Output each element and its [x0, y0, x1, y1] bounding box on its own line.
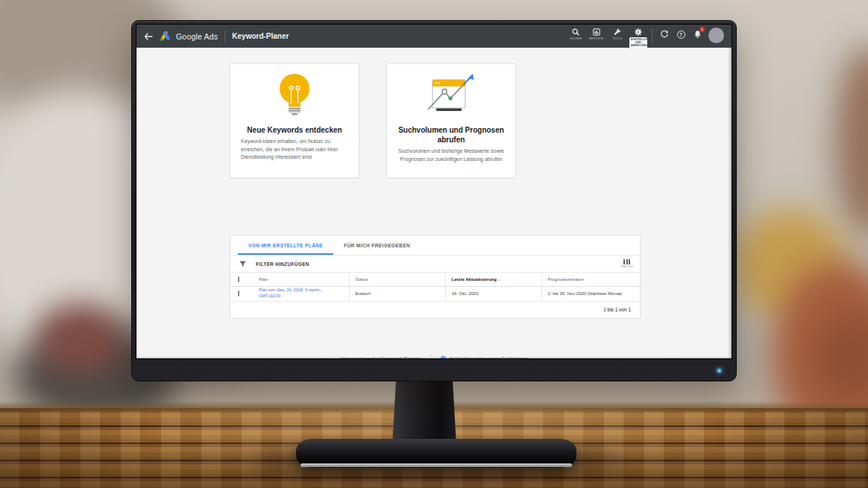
status-cell: Entwurf — [349, 286, 445, 301]
filter-funnel-icon[interactable] — [239, 257, 246, 270]
power-led — [717, 369, 721, 373]
tab-my-plans[interactable]: VON MIR ERSTELLTE PLÄNE — [238, 235, 333, 255]
monitor: Google Ads Keyword-Planer SUCHEN BERICHT… — [131, 20, 737, 381]
filter-row: FILTER HINZUFÜGEN SPALTEN — [230, 256, 640, 273]
search-icon — [572, 28, 579, 36]
action-cards: Neue Keywords entdecken Keyword-Ideen er… — [230, 63, 732, 178]
column-header-last-updated[interactable]: Letzte Aktualisierung ↓ — [445, 273, 541, 286]
card-title: Neue Keywords entdecken — [236, 125, 352, 135]
nav-tools[interactable]: TOOLS — [608, 28, 627, 40]
usage-link[interactable]: Verwendung des Keyword-Planers — [341, 356, 421, 360]
help-icon[interactable]: ? — [675, 28, 687, 40]
nav-reports-label: BERICHTE — [589, 37, 603, 40]
table-header-row: Plan Status Letzte Aktualisierung ↓ Prog… — [230, 273, 641, 286]
monitor-stand-neck — [392, 378, 456, 446]
notification-badge: 1 — [699, 27, 705, 32]
announcements-link[interactable]: i Ankündigungen neuer Funktionen — [441, 356, 527, 360]
wrench-icon — [614, 28, 621, 36]
monitor-stand-base — [296, 439, 576, 468]
columns-label: SPALTEN — [620, 265, 633, 268]
brand-name: Google Ads — [176, 32, 218, 41]
nav-settings-billing-label: EINSTELLUNGEN UND ABRECHNUNG — [629, 37, 647, 48]
lightbulb-icon — [274, 64, 315, 125]
topbar-actions: SUCHEN BERICHTE TOOLS — [566, 25, 732, 48]
forecast-period-cell: 1. bis 30. Nov 2020 (Nächster Monat) — [541, 286, 641, 301]
nav-reports[interactable]: BERICHTE — [587, 28, 606, 40]
reports-icon — [593, 28, 600, 36]
plans-tabs: VON MIR ERSTELLTE PLÄNE FÜR MICH FREIGEG… — [230, 235, 640, 256]
select-all-checkbox[interactable] — [238, 276, 239, 282]
main-content: Neue Keywords entdecken Keyword-Ideen er… — [136, 63, 732, 359]
column-header-plan[interactable]: Plan — [253, 273, 349, 286]
forecast-chart-icon — [424, 64, 479, 125]
columns-button[interactable]: SPALTEN — [620, 259, 633, 269]
topbar-divider — [652, 29, 652, 42]
add-filter-button[interactable]: FILTER HINZUFÜGEN — [256, 262, 309, 267]
card-description: Keyword-Ideen erhalten, um Nutzer zu err… — [230, 138, 359, 162]
nav-search[interactable]: SUCHEN — [566, 28, 585, 40]
sort-descending-icon: ↓ — [498, 277, 500, 282]
row-checkbox[interactable] — [238, 291, 239, 297]
nav-search-label: SUCHEN — [570, 37, 582, 40]
plans-table: Plan Status Letzte Aktualisierung ↓ Prog… — [230, 273, 641, 302]
footer-divider — [430, 354, 431, 359]
plan-link[interactable]: Plan vom Sep. 24, 2018, 3 nachm., GMT+02… — [259, 288, 333, 299]
screen: Google Ads Keyword-Planer SUCHEN BERICHT… — [136, 24, 732, 359]
card-title: Suchvolumen und Prognosen abrufen — [387, 125, 515, 145]
avatar[interactable] — [708, 28, 724, 43]
nav-settings-billing[interactable]: EINSTELLUNGEN UND ABRECHNUNG — [629, 28, 648, 48]
table-row: Plan vom Sep. 24, 2018, 3 nachm., GMT+02… — [230, 286, 641, 301]
topbar-divider — [224, 31, 225, 42]
footer-links: Verwendung des Keyword-Planers i Ankündi… — [136, 354, 732, 359]
notifications-bell-icon[interactable]: 1 — [691, 28, 703, 40]
page-title: Keyword-Planer — [232, 32, 289, 40]
column-header-forecast-period[interactable]: Prognosezeitraum — [541, 273, 641, 286]
pagination-status: 1 bis 1 von 1 — [230, 302, 640, 318]
info-icon: i — [441, 356, 446, 360]
last-updated-cell: 16. Okt. 2020 — [445, 286, 541, 301]
tab-shared-with-me[interactable]: FÜR MICH FREIGEGEBEN — [333, 235, 421, 255]
refresh-icon[interactable] — [658, 28, 670, 40]
pillow — [36, 304, 125, 375]
google-ads-logo-icon — [159, 31, 171, 42]
search-volume-card[interactable]: Suchvolumen und Prognosen abrufen Suchvo… — [386, 63, 516, 178]
card-description: Suchvolumen und bisherige Messwerte sowi… — [387, 148, 515, 163]
topbar: Google Ads Keyword-Planer SUCHEN BERICHT… — [136, 25, 732, 48]
gear-icon — [635, 28, 642, 36]
nav-tools-label: TOOLS — [613, 37, 623, 40]
plans-panel: VON MIR ERSTELLTE PLÄNE FÜR MICH FREIGEG… — [230, 235, 641, 319]
back-arrow-icon[interactable] — [143, 31, 154, 42]
column-header-status[interactable]: Status — [349, 273, 445, 286]
discover-keywords-card[interactable]: Neue Keywords entdecken Keyword-Ideen er… — [230, 63, 359, 178]
columns-icon — [623, 259, 630, 264]
